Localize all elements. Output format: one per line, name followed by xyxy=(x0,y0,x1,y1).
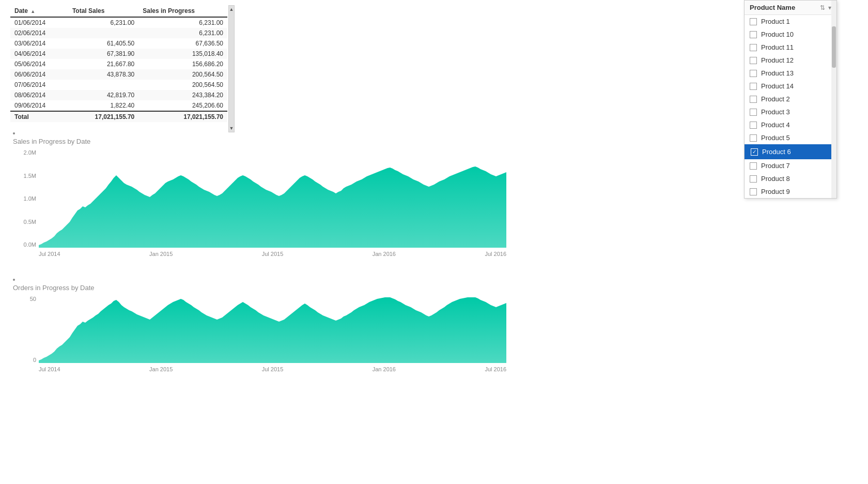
table-scrollbar[interactable]: ▲ ▼ xyxy=(228,5,235,132)
y-label: 2.0M xyxy=(24,149,36,156)
filter-checkbox[interactable] xyxy=(750,134,757,142)
filter-checkbox[interactable] xyxy=(750,109,757,116)
cell-grand-total-sales: 17,021,155.70 xyxy=(68,111,138,122)
dot-marker-orders xyxy=(13,279,15,281)
table-row: 05/06/2014 21,667.80 156,686.20 xyxy=(10,59,227,69)
x-label: Jan 2016 xyxy=(373,251,396,261)
filter-checkbox[interactable] xyxy=(750,188,757,195)
filter-item[interactable]: Product 7 xyxy=(745,159,836,172)
cell-date: 04/06/2014 xyxy=(10,49,68,59)
filter-item[interactable]: Product 11 xyxy=(745,41,836,54)
table-total-row: Total 17,021,155.70 17,021,155.70 xyxy=(10,111,227,122)
y-label: 0.0M xyxy=(24,241,36,248)
cell-sales-progress: 243,384.20 xyxy=(138,90,227,100)
x-label: Jul 2014 xyxy=(39,251,60,261)
x-label: Jul 2016 xyxy=(485,251,506,261)
filter-item-label: Product 10 xyxy=(761,31,794,38)
cell-sales-progress: 200,564.50 xyxy=(138,69,227,80)
cell-date: 02/06/2014 xyxy=(10,28,68,38)
filter-item-label: Product 13 xyxy=(761,69,794,77)
filter-checkbox[interactable] xyxy=(750,18,757,25)
filter-checkbox[interactable] xyxy=(750,175,757,183)
chart1-plot xyxy=(39,149,506,248)
table-row: 03/06/2014 61,405.50 67,636.50 xyxy=(10,38,227,49)
cell-total-sales xyxy=(68,28,138,38)
col-date[interactable]: Date ▲ xyxy=(10,5,68,17)
filter-item[interactable]: Product 10 xyxy=(745,28,836,41)
x-label: Jul 2015 xyxy=(262,251,284,261)
cell-total-sales: 43,878.30 xyxy=(68,69,138,80)
scroll-down-arrow[interactable]: ▼ xyxy=(228,125,235,132)
filter-item[interactable]: Product 3 xyxy=(745,105,836,118)
filter-checkbox[interactable] xyxy=(750,83,757,90)
table-row: 06/06/2014 43,878.30 200,564.50 xyxy=(10,69,227,80)
filter-scrollbar-thumb xyxy=(832,26,836,68)
filter-item-label: Product 2 xyxy=(761,95,790,103)
filter-item[interactable]: Product 14 xyxy=(745,80,836,93)
filter-item[interactable]: Product 2 xyxy=(745,93,836,105)
filter-item[interactable]: Product 9 xyxy=(745,185,836,198)
chart1-title: Sales in Progress by Date xyxy=(10,138,858,145)
filter-header: Product Name ⇅ ▾ xyxy=(745,1,836,15)
filter-sort-icon[interactable]: ⇅ xyxy=(820,4,825,11)
cell-total-sales: 1,822.40 xyxy=(68,100,138,111)
cell-date: 08/06/2014 xyxy=(10,90,68,100)
filter-item[interactable]: Product 4 xyxy=(745,118,836,131)
cell-sales-progress: 135,018.40 xyxy=(138,49,227,59)
filter-checkbox[interactable] xyxy=(750,31,757,38)
filter-item[interactable]: Product 12 xyxy=(745,54,836,67)
chart1-x-axis: Jul 2014Jan 2015Jul 2015Jan 2016Jul 2016 xyxy=(39,249,506,263)
x-label: Jul 2016 xyxy=(485,366,506,376)
cell-date: 09/06/2014 xyxy=(10,100,68,111)
table-row: 01/06/2014 6,231.00 6,231.00 xyxy=(10,17,227,28)
y-label: 0.5M xyxy=(24,219,36,225)
filter-checkbox[interactable] xyxy=(750,122,757,129)
filter-item-label: Product 3 xyxy=(761,108,790,116)
cell-sales-progress: 6,231.00 xyxy=(138,28,227,38)
filter-checkbox[interactable] xyxy=(750,57,757,64)
filter-item[interactable]: Product 1 xyxy=(745,15,836,28)
y-label: 1.5M xyxy=(24,173,36,179)
filter-item-label: Product 5 xyxy=(761,134,790,142)
filter-item-label: Product 4 xyxy=(761,121,790,129)
chart2-title: Orders in Progress by Date xyxy=(10,284,858,292)
cell-total-sales: 42,819.70 xyxy=(68,90,138,100)
filter-item[interactable]: ✓Product 6 xyxy=(745,144,836,159)
filter-checkbox[interactable]: ✓ xyxy=(751,148,758,156)
chart2-x-axis: Jul 2014Jan 2015Jul 2015Jan 2016Jul 2016 xyxy=(39,364,506,379)
filter-item[interactable]: Product 5 xyxy=(745,131,836,144)
y-label: 50 xyxy=(30,296,36,302)
chart2-y-axis: 500 xyxy=(10,296,39,363)
cell-total-label: Total xyxy=(10,111,68,122)
table-scroll-area: Date ▲ Total Sales Sales in Progress 01/… xyxy=(10,5,858,132)
y-label: 1.0M xyxy=(24,195,36,202)
filter-item-label: Product 11 xyxy=(761,43,794,51)
filter-list: Product 1Product 10Product 11Product 12P… xyxy=(745,15,836,198)
filter-checkbox[interactable] xyxy=(750,162,757,170)
filter-item-label: Product 1 xyxy=(761,18,790,25)
y-label: 0 xyxy=(33,357,36,363)
chart-section-sales: Sales in Progress by Date 2.0M1.5M1.0M0.… xyxy=(10,132,858,263)
cell-sales-progress: 67,636.50 xyxy=(138,38,227,49)
filter-item[interactable]: Product 8 xyxy=(745,172,836,185)
filter-scrollbar[interactable] xyxy=(831,1,836,198)
filter-checkbox[interactable] xyxy=(750,70,757,77)
chart1-y-axis: 2.0M1.5M1.0M0.5M0.0M xyxy=(10,149,39,248)
content-area: Date ▲ Total Sales Sales in Progress 01/… xyxy=(0,0,868,484)
filter-checkbox[interactable] xyxy=(750,96,757,103)
cell-sales-progress: 6,231.00 xyxy=(138,17,227,28)
x-label: Jan 2016 xyxy=(373,366,396,376)
main-container: Date ▲ Total Sales Sales in Progress 01/… xyxy=(0,0,868,484)
filter-item-label: Product 9 xyxy=(761,188,790,195)
scroll-up-arrow[interactable]: ▲ xyxy=(228,6,235,13)
x-label: Jul 2014 xyxy=(39,366,60,376)
filter-checkbox[interactable] xyxy=(750,44,757,51)
x-label: Jan 2015 xyxy=(149,251,173,261)
cell-date: 01/06/2014 xyxy=(10,17,68,28)
chart1-container: 2.0M1.5M1.0M0.5M0.0M Jul 2014Jan 201 xyxy=(10,149,506,263)
filter-panel: Product Name ⇅ ▾ Product 1Product 10Prod… xyxy=(744,0,837,199)
cell-date: 05/06/2014 xyxy=(10,59,68,69)
filter-item[interactable]: Product 13 xyxy=(745,67,836,80)
filter-item-label: Product 14 xyxy=(761,82,794,90)
cell-total-sales: 61,405.50 xyxy=(68,38,138,49)
